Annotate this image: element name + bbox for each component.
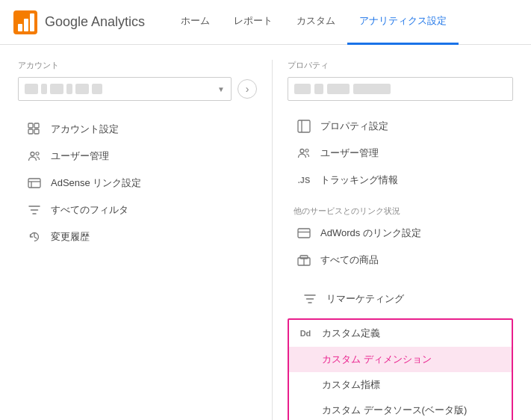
custom-def-label: カスタム定義 bbox=[322, 327, 380, 340]
adwords-link-label: AdWords のリンク設定 bbox=[320, 226, 421, 240]
products-icon bbox=[294, 253, 314, 267]
svg-rect-7 bbox=[34, 129, 39, 134]
prop-blurred-4 bbox=[353, 84, 391, 94]
menu-item-custom-def[interactable]: Dd カスタム定義 bbox=[289, 320, 512, 347]
remarketing-label: リマーケティング bbox=[294, 285, 507, 312]
remarketing-icon bbox=[299, 292, 320, 306]
blurred-5 bbox=[75, 84, 89, 94]
change-history-label: 変更履歴 bbox=[51, 230, 90, 244]
account-dropdown[interactable]: ▼ bbox=[18, 77, 232, 101]
menu-item-tracking-info[interactable]: .JS トラッキング情報 bbox=[288, 167, 513, 194]
all-products-label: すべての商品 bbox=[320, 253, 379, 267]
blurred-2 bbox=[41, 84, 47, 94]
user-management2-label: ユーザー管理 bbox=[320, 146, 379, 160]
account-settings-label: アカウント設定 bbox=[51, 123, 119, 136]
menu-item-account-settings[interactable]: アカウント設定 bbox=[18, 116, 257, 143]
custom-metric-label: カスタム指標 bbox=[322, 379, 380, 390]
svg-rect-1 bbox=[18, 24, 22, 31]
nav-report[interactable]: レポート bbox=[222, 0, 285, 45]
svg-rect-13 bbox=[298, 120, 310, 132]
people2-icon bbox=[294, 146, 314, 160]
ga-logo-icon bbox=[12, 9, 39, 36]
main-content: アカウント ▼ › bbox=[0, 45, 531, 420]
main-nav: ホーム レポート カスタム アナリティクス設定 bbox=[169, 0, 459, 44]
people-icon bbox=[24, 149, 45, 163]
property-dropdown[interactable] bbox=[288, 77, 513, 101]
prop-blurred-3 bbox=[327, 84, 350, 94]
link-section-label: 他のサービスとのリンク状況 bbox=[294, 206, 507, 217]
svg-rect-4 bbox=[28, 123, 33, 128]
svg-rect-6 bbox=[28, 129, 33, 134]
svg-rect-2 bbox=[24, 19, 28, 31]
right-column: プロパティ プロパティ設定 bbox=[272, 60, 513, 420]
svg-point-8 bbox=[31, 152, 34, 156]
nav-analytics-settings[interactable]: アナリティクス設定 bbox=[347, 0, 459, 45]
blurred-4 bbox=[66, 84, 72, 94]
dd-icon: Dd bbox=[295, 329, 316, 338]
history-icon bbox=[24, 230, 45, 244]
property-section-label: プロパティ bbox=[288, 60, 513, 71]
svg-point-9 bbox=[36, 152, 39, 155]
custom-datasource-label: カスタム データソース(ベータ版) bbox=[322, 404, 467, 416]
remarketing-section: リマーケティング bbox=[288, 285, 513, 312]
svg-point-16 bbox=[305, 149, 308, 152]
remarketing-text: リマーケティング bbox=[326, 292, 404, 306]
menu-item-change-history[interactable]: 変更履歴 bbox=[18, 223, 257, 250]
account-section-label: アカウント bbox=[18, 60, 257, 71]
blurred-3 bbox=[50, 84, 63, 94]
left-column: アカウント ▼ › bbox=[18, 60, 272, 420]
menu-item-custom-dimension[interactable]: カスタム ディメンション bbox=[289, 347, 512, 372]
menu-item-remarketing[interactable]: リマーケティング bbox=[294, 285, 507, 312]
all-filters-label: すべてのフィルタ bbox=[51, 203, 128, 217]
js-icon: .JS bbox=[294, 176, 314, 185]
user-management-label: ユーザー管理 bbox=[51, 149, 109, 163]
logo-area: Google Analytics bbox=[12, 9, 145, 36]
property-settings-label: プロパティ設定 bbox=[320, 120, 388, 133]
nav-home[interactable]: ホーム bbox=[169, 0, 222, 45]
svg-rect-17 bbox=[298, 229, 310, 238]
adsense-label: AdSense リンク設定 bbox=[51, 176, 141, 190]
custom-definition-container: Dd カスタム定義 カスタム ディメンション カスタム指標 カスタム データソー… bbox=[288, 318, 513, 420]
menu-item-custom-metric[interactable]: カスタム指標 bbox=[289, 372, 512, 398]
filter-icon bbox=[24, 203, 45, 217]
blurred-6 bbox=[92, 84, 102, 94]
menu-item-all-filters[interactable]: すべてのフィルタ bbox=[18, 197, 257, 223]
menu-item-user-management2[interactable]: ユーザー管理 bbox=[288, 140, 513, 167]
prop-blurred-1 bbox=[294, 84, 311, 94]
logo-text: Google Analytics bbox=[45, 14, 145, 30]
menu-item-property-settings[interactable]: プロパティ設定 bbox=[288, 113, 513, 140]
menu-item-user-management[interactable]: ユーザー管理 bbox=[18, 143, 257, 170]
svg-point-15 bbox=[300, 149, 304, 153]
menu-item-custom-datasource[interactable]: カスタム データソース(ベータ版) bbox=[289, 398, 512, 420]
dropdown-arrow-icon: ▼ bbox=[217, 85, 225, 93]
adwords-icon bbox=[294, 226, 314, 240]
menu-item-adwords-link[interactable]: AdWords のリンク設定 bbox=[288, 220, 513, 247]
svg-rect-5 bbox=[34, 123, 39, 128]
blurred-1 bbox=[25, 84, 38, 94]
menu-item-all-products[interactable]: すべての商品 bbox=[288, 247, 513, 274]
custom-dimension-label: カスタム ディメンション bbox=[322, 353, 432, 365]
nav-custom[interactable]: カスタム bbox=[285, 0, 347, 45]
header: Google Analytics ホーム レポート カスタム アナリティクス設定 bbox=[0, 0, 531, 45]
svg-rect-10 bbox=[28, 179, 40, 188]
property-icon bbox=[294, 120, 314, 133]
svg-rect-3 bbox=[30, 13, 34, 31]
prop-blurred-2 bbox=[314, 84, 323, 94]
adsense-icon bbox=[24, 176, 45, 190]
menu-item-adsense[interactable]: AdSense リンク設定 bbox=[18, 170, 257, 197]
account-next-btn[interactable]: › bbox=[237, 79, 257, 99]
account-dropdown-wrapper: ▼ › bbox=[18, 77, 257, 101]
tracking-info-label: トラッキング情報 bbox=[320, 173, 398, 187]
grid-icon bbox=[24, 123, 45, 136]
